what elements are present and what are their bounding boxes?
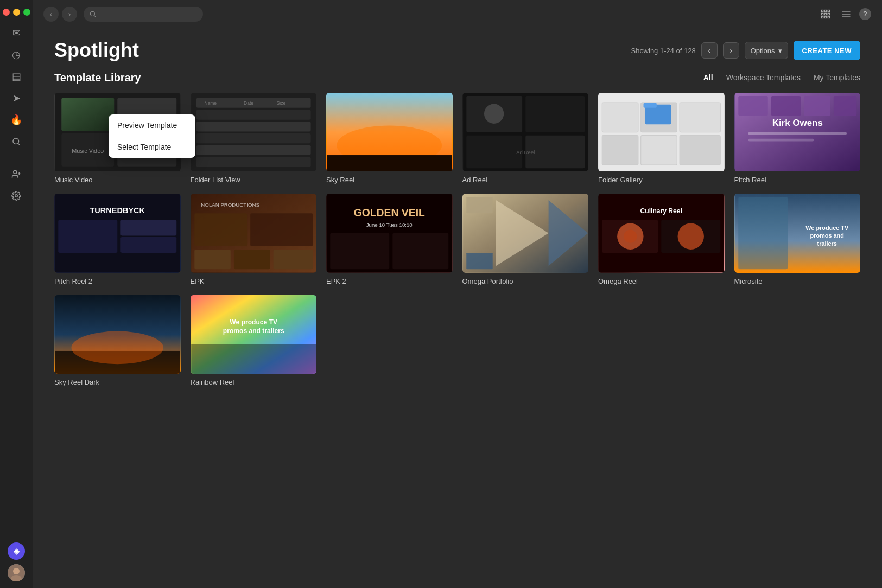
sidebar-icon-clock[interactable]: ◷: [7, 45, 26, 65]
template-thumb-microsite: PREVIEW SELECT We produce TV: [734, 194, 861, 272]
template-name-folder-gallery: Folder Gallery: [598, 176, 725, 184]
preview-button-pitch-reel[interactable]: PREVIEW: [754, 126, 797, 138]
template-item-ad-reel[interactable]: PREVIEW SELECT Ad Reel Ad Reel: [462, 93, 589, 184]
tab-all[interactable]: All: [703, 73, 713, 83]
options-dropdown[interactable]: Options ▾: [745, 42, 788, 59]
select-button-folder-gallery[interactable]: SELECT: [665, 126, 703, 138]
chevron-down-icon: ▾: [778, 47, 782, 55]
svg-rect-19: [828, 16, 829, 18]
sidebar-icon-mail[interactable]: ✉: [7, 23, 26, 43]
sidebar-icon-useradd[interactable]: [7, 164, 26, 184]
context-menu-select[interactable]: Select Template: [109, 136, 195, 158]
preview-button-epk[interactable]: PREVIEW: [211, 227, 253, 239]
context-menu-preview[interactable]: Preview Template: [109, 114, 195, 136]
template-item-music-video[interactable]: PREVIEW SELECT Music Video: [54, 93, 181, 184]
template-thumb-pitch-reel-2: PREVIEW SELECT TURNEDBYCK: [54, 194, 181, 272]
svg-rect-12: [824, 10, 826, 11]
template-thumb-omega-reel: PREVIEW SELECT Culinary Reel: [598, 194, 725, 272]
template-item-rainbow-reel[interactable]: PREVIEW SELECT: [191, 295, 317, 386]
grid-view-icon[interactable]: [818, 7, 833, 22]
select-button-rainbow-reel[interactable]: SELECT: [258, 328, 296, 340]
traffic-light-close[interactable]: [3, 9, 10, 16]
library-tabs: All Workspace Templates My Templates: [703, 73, 860, 83]
template-thumb-folder-gallery: PREVIEW SELECT: [598, 93, 725, 171]
template-thumb-omega-portfolio: PREVIEW SELECT: [462, 194, 589, 272]
template-item-epk-2[interactable]: PREVIEW SELECT GOLDEN VEIL June 10 Tues …: [326, 194, 453, 285]
select-button-ad-reel[interactable]: SELECT: [530, 126, 568, 138]
template-thumb-ad-reel: PREVIEW SELECT Ad Reel: [462, 93, 589, 171]
select-button-microsite[interactable]: SELECT: [802, 227, 840, 239]
library-section: Template Library All Workspace Templates…: [33, 62, 882, 588]
header-controls: Showing 1-24 of 128 ‹ › Options ▾ CREATE…: [631, 41, 860, 60]
template-name-folder-list: Folder List View: [191, 176, 317, 184]
template-item-pitch-reel-2[interactable]: PREVIEW SELECT TURNEDBYCK Pitch Reel 2: [54, 194, 181, 285]
preview-button-pitch-reel-2[interactable]: PREVIEW: [75, 227, 117, 239]
sidebar-top: ✉ ◷ ▤ ➤ 🔥: [3, 7, 30, 206]
sidebar-icon-search[interactable]: [7, 132, 26, 151]
svg-line-10: [94, 15, 96, 17]
template-item-sky-reel-dark[interactable]: PREVIEW SELECT: [54, 295, 181, 386]
template-item-microsite[interactable]: PREVIEW SELECT We produce TV: [734, 194, 861, 285]
library-header: Template Library All Workspace Templates…: [54, 62, 860, 93]
topbar-right: ?: [818, 7, 871, 22]
template-item-sky-reel[interactable]: PREVIEW SELECT: [326, 93, 453, 184]
template-thumb-rainbow-reel: PREVIEW SELECT: [191, 295, 317, 374]
preview-button-folder-list[interactable]: PREVIEW: [211, 126, 253, 138]
preview-button-omega-portfolio[interactable]: PREVIEW: [483, 227, 525, 239]
showing-count: Showing 1-24 of 128: [631, 47, 695, 55]
select-button-folder-list[interactable]: SELECT: [258, 126, 296, 138]
help-icon[interactable]: ?: [859, 8, 871, 20]
preview-button-epk-2[interactable]: PREVIEW: [347, 227, 389, 239]
template-item-omega-portfolio[interactable]: PREVIEW SELECT: [462, 194, 589, 285]
traffic-light-fullscreen[interactable]: [23, 9, 30, 16]
select-button-sky-reel-dark[interactable]: SELECT: [122, 328, 160, 340]
prev-page-button[interactable]: ‹: [701, 42, 718, 59]
template-item-omega-reel[interactable]: PREVIEW SELECT Culinary Reel Omega: [598, 194, 725, 285]
template-name-pitch-reel-2: Pitch Reel 2: [54, 277, 181, 285]
template-name-epk: EPK: [191, 277, 317, 285]
select-button-epk[interactable]: SELECT: [258, 227, 296, 239]
preview-button-microsite[interactable]: PREVIEW: [754, 227, 797, 239]
create-new-button[interactable]: CREATE NEW: [794, 41, 860, 60]
template-thumb-epk-2: PREVIEW SELECT GOLDEN VEIL June 10 Tues …: [326, 194, 453, 272]
svg-rect-16: [828, 13, 829, 15]
nav-back-button[interactable]: ‹: [43, 7, 59, 22]
sidebar-icon-send[interactable]: ➤: [7, 88, 26, 108]
preview-button-folder-gallery[interactable]: PREVIEW: [619, 126, 661, 138]
topbar: ‹ › ?: [33, 0, 882, 28]
svg-point-5: [15, 195, 18, 197]
select-button-sky-reel[interactable]: SELECT: [394, 126, 432, 138]
tab-my-templates[interactable]: My Templates: [814, 73, 860, 83]
traffic-lights: [3, 9, 30, 16]
select-button-pitch-reel[interactable]: SELECT: [802, 126, 840, 138]
sidebar-icon-settings[interactable]: [7, 186, 26, 206]
preview-button-sky-reel[interactable]: PREVIEW: [347, 126, 389, 138]
template-item-folder-list[interactable]: PREVIEW SELECT Name Date Size: [191, 93, 317, 184]
list-view-icon[interactable]: [839, 7, 854, 22]
sidebar-icon-flame[interactable]: 🔥: [7, 110, 26, 130]
brand-icon[interactable]: ◈: [8, 542, 25, 560]
svg-rect-13: [828, 10, 829, 11]
svg-line-1: [18, 143, 20, 145]
preview-button-ad-reel[interactable]: PREVIEW: [483, 126, 525, 138]
select-button-omega-reel[interactable]: SELECT: [665, 227, 703, 239]
preview-button-sky-reel-dark[interactable]: PREVIEW: [75, 328, 117, 340]
select-button-epk-2[interactable]: SELECT: [394, 227, 432, 239]
template-item-pitch-reel[interactable]: PREVIEW SELECT Kirk Owens: [734, 93, 861, 184]
next-page-button[interactable]: ›: [723, 42, 739, 59]
search-bar[interactable]: [84, 7, 203, 22]
template-name-sky-reel: Sky Reel: [326, 176, 453, 184]
preview-button-rainbow-reel[interactable]: PREVIEW: [211, 328, 253, 340]
tab-workspace[interactable]: Workspace Templates: [726, 73, 801, 83]
svg-rect-18: [824, 16, 826, 18]
traffic-light-minimize[interactable]: [13, 9, 20, 16]
sidebar-icon-folder[interactable]: ▤: [7, 67, 26, 86]
nav-forward-button[interactable]: ›: [62, 7, 77, 22]
preview-button-omega-reel[interactable]: PREVIEW: [619, 227, 661, 239]
template-item-folder-gallery[interactable]: PREVIEW SELECT: [598, 93, 725, 184]
select-button-pitch-reel-2[interactable]: SELECT: [122, 227, 160, 239]
template-item-epk[interactable]: PREVIEW SELECT NOLAN PRODUCTIONS: [191, 194, 317, 285]
select-button-omega-portfolio[interactable]: SELECT: [530, 227, 568, 239]
page-header: Spotlight Showing 1-24 of 128 ‹ › Option…: [33, 28, 882, 62]
user-avatar[interactable]: [8, 564, 25, 581]
